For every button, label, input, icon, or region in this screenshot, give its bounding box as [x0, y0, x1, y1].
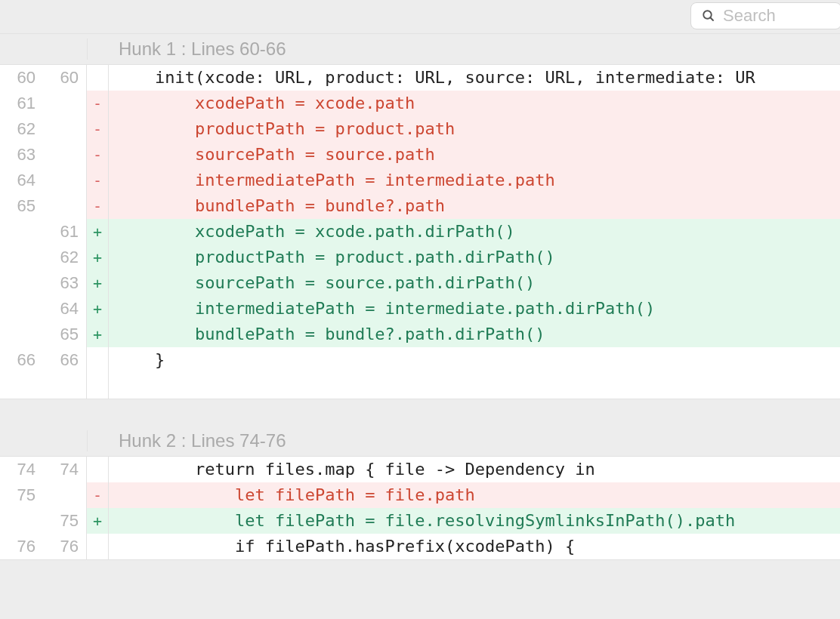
code-content: bundlePath = bundle?.path	[109, 193, 840, 219]
new-line-number: 66	[43, 347, 86, 373]
search-box[interactable]	[690, 2, 840, 29]
diff-line[interactable]: 63- sourcePath = source.path	[0, 142, 840, 168]
diff-marker: -	[86, 142, 109, 168]
search-input[interactable]	[723, 6, 830, 26]
old-line-number	[0, 270, 43, 296]
code-content: xcodePath = xcode.path	[109, 91, 840, 116]
new-line-number	[43, 168, 86, 193]
code-content: }	[109, 347, 840, 373]
code-content: return files.map { file -> Dependency in	[109, 457, 840, 482]
diff-line[interactable]: 61+ xcodePath = xcode.path.dirPath()	[0, 219, 840, 245]
diff-line[interactable]: 62+ productPath = product.path.dirPath()	[0, 245, 840, 270]
new-line-number: 65	[43, 322, 86, 347]
diff-marker: +	[86, 270, 109, 296]
bottom-divider	[0, 559, 840, 582]
new-line-number: 76	[43, 534, 86, 559]
diff-line[interactable]: 61- xcodePath = xcode.path	[0, 91, 840, 116]
code-content: productPath = product.path.dirPath()	[109, 245, 840, 270]
code-content: intermediatePath = intermediate.path.dir…	[109, 296, 840, 322]
diff-line[interactable]: 6666 }	[0, 347, 840, 373]
diff-marker	[86, 347, 109, 373]
new-line-number: 64	[43, 296, 86, 322]
svg-line-1	[710, 17, 713, 20]
old-line-number	[0, 296, 43, 322]
diff-line[interactable]: 6060 init(xcode: URL, product: URL, sour…	[0, 65, 840, 91]
diff-marker: -	[86, 168, 109, 193]
new-line-number	[43, 193, 86, 219]
old-line-number: 76	[0, 534, 43, 559]
diff-marker: +	[86, 322, 109, 347]
code-content: let filePath = file.resolvingSymlinksInP…	[109, 508, 840, 534]
diff-line[interactable]: 62- productPath = product.path	[0, 116, 840, 142]
diff-marker: +	[86, 508, 109, 534]
hunk-header: Hunk 1 : Lines 60-66	[0, 34, 840, 65]
code-content: sourcePath = source.path.dirPath()	[109, 270, 840, 296]
diff-line[interactable]: 64- intermediatePath = intermediate.path	[0, 168, 840, 193]
code-content: bundlePath = bundle?.path.dirPath()	[109, 322, 840, 347]
old-line-number	[0, 508, 43, 534]
code-content: init(xcode: URL, product: URL, source: U…	[109, 65, 840, 91]
diff-line[interactable]: 75- let filePath = file.path	[0, 482, 840, 508]
new-line-number: 74	[43, 457, 86, 482]
old-line-number: 61	[0, 91, 43, 116]
new-line-number: 61	[43, 219, 86, 245]
old-line-number: 75	[0, 482, 43, 508]
toolbar	[0, 0, 840, 30]
code-content: let filePath = file.path	[109, 482, 840, 508]
code-content: productPath = product.path	[109, 116, 840, 142]
hunk-header-text: Hunk 1 : Lines 60-66	[110, 38, 286, 60]
blank-row	[0, 373, 840, 399]
old-line-number: 65	[0, 193, 43, 219]
old-line-number: 64	[0, 168, 43, 193]
diff-line[interactable]: 63+ sourcePath = source.path.dirPath()	[0, 270, 840, 296]
new-line-number: 63	[43, 270, 86, 296]
diff-marker: +	[86, 245, 109, 270]
diff-line[interactable]: 75+ let filePath = file.resolvingSymlink…	[0, 508, 840, 534]
diff-line[interactable]: 7676 if filePath.hasPrefix(xcodePath) {	[0, 534, 840, 559]
diff-line[interactable]: 7474 return files.map { file -> Dependen…	[0, 457, 840, 482]
new-line-number	[43, 482, 86, 508]
diff-line[interactable]: 65+ bundlePath = bundle?.path.dirPath()	[0, 322, 840, 347]
diff-marker: -	[86, 193, 109, 219]
search-icon	[702, 9, 715, 23]
diff-view: Hunk 1 : Lines 60-666060 init(xcode: URL…	[0, 33, 840, 582]
diff-marker: +	[86, 296, 109, 322]
diff-marker	[86, 65, 109, 91]
old-line-number: 63	[0, 142, 43, 168]
diff-line[interactable]: 64+ intermediatePath = intermediate.path…	[0, 296, 840, 322]
diff-marker	[86, 534, 109, 559]
new-line-number	[43, 91, 86, 116]
code-content: xcodePath = xcode.path.dirPath()	[109, 219, 840, 245]
diff-marker	[86, 457, 109, 482]
hunk-header: Hunk 2 : Lines 74-76	[0, 426, 840, 457]
old-line-number	[0, 219, 43, 245]
old-line-number	[0, 322, 43, 347]
hunk-header-text: Hunk 2 : Lines 74-76	[110, 430, 286, 451]
new-line-number	[43, 116, 86, 142]
diff-marker: -	[86, 91, 109, 116]
new-line-number: 60	[43, 65, 86, 91]
old-line-number: 62	[0, 116, 43, 142]
new-line-number: 75	[43, 508, 86, 534]
old-line-number	[0, 245, 43, 270]
code-content: sourcePath = source.path	[109, 142, 840, 168]
old-line-number: 66	[0, 347, 43, 373]
hunk-gap	[0, 399, 840, 426]
new-line-number	[43, 142, 86, 168]
diff-marker: -	[86, 482, 109, 508]
code-content: intermediatePath = intermediate.path	[109, 168, 840, 193]
diff-line[interactable]: 65- bundlePath = bundle?.path	[0, 193, 840, 219]
old-line-number: 60	[0, 65, 43, 91]
new-line-number: 62	[43, 245, 86, 270]
code-content: if filePath.hasPrefix(xcodePath) {	[109, 534, 840, 559]
diff-marker: +	[86, 219, 109, 245]
diff-marker: -	[86, 116, 109, 142]
old-line-number: 74	[0, 457, 43, 482]
